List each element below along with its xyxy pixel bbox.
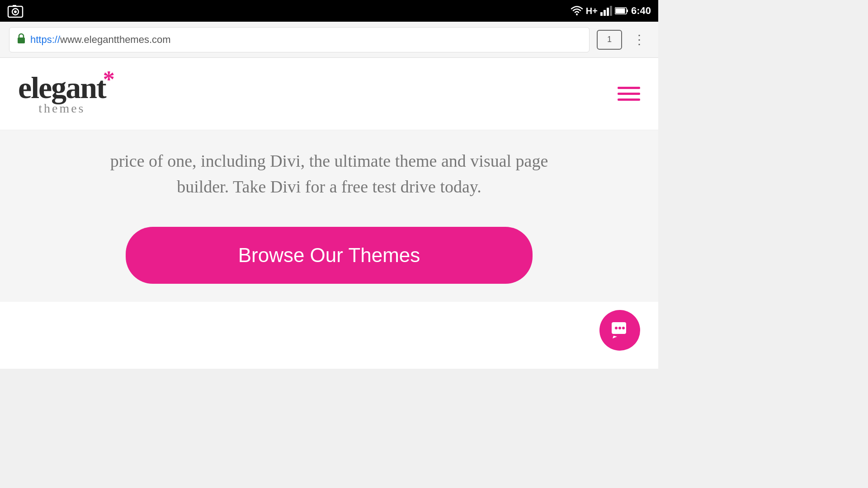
chat-icon — [610, 320, 630, 340]
svg-rect-6 — [604, 10, 606, 16]
site-logo: elegant* themes — [18, 72, 106, 116]
browser-toolbar: https://www.elegantthemes.com 1 ⋮ — [0, 22, 658, 58]
wifi-icon — [571, 6, 583, 16]
url-domain: www.elegantthemes.com — [60, 34, 171, 45]
svg-rect-7 — [607, 8, 609, 16]
svg-rect-5 — [600, 12, 603, 16]
svg-rect-3 — [13, 5, 16, 7]
url-display[interactable]: https://www.elegantthemes.com — [30, 34, 171, 46]
svg-rect-12 — [18, 38, 25, 43]
battery-icon — [615, 7, 628, 15]
website-content: elegant* themes price of one, including … — [0, 58, 658, 369]
svg-rect-8 — [610, 6, 612, 16]
tabs-button[interactable]: 1 — [597, 30, 622, 50]
hamburger-menu-button[interactable] — [618, 87, 640, 101]
svg-point-15 — [618, 327, 621, 329]
status-bar-icons: H+ 6:40 — [571, 5, 651, 17]
svg-point-2 — [14, 10, 17, 13]
svg-point-4 — [576, 14, 578, 15]
more-options-button[interactable]: ⋮ — [629, 33, 649, 46]
svg-rect-10 — [615, 9, 625, 14]
logo-elegant-text: elegant* — [18, 72, 106, 103]
signal-icon — [600, 6, 612, 16]
hamburger-line-2 — [618, 93, 640, 95]
status-bar-left — [7, 3, 24, 19]
logo-asterisk: * — [103, 68, 114, 91]
site-header: elegant* themes — [0, 58, 658, 130]
ssl-lock-icon — [17, 33, 26, 46]
svg-rect-11 — [627, 9, 628, 12]
hamburger-line-3 — [618, 99, 640, 101]
hero-body-text: price of one, including Divi, the ultima… — [103, 148, 555, 200]
status-time: 6:40 — [631, 5, 651, 17]
status-bar: H+ 6:40 — [0, 0, 658, 22]
chat-widget-button[interactable] — [599, 310, 640, 351]
address-bar[interactable]: https://www.elegantthemes.com — [9, 27, 590, 52]
network-type: H+ — [586, 6, 598, 16]
hamburger-line-1 — [618, 87, 640, 89]
url-https: https:// — [30, 34, 60, 45]
camera-icon — [7, 3, 24, 19]
svg-point-14 — [615, 327, 618, 329]
svg-point-16 — [622, 327, 625, 329]
main-content: price of one, including Divi, the ultima… — [0, 130, 658, 302]
browse-themes-button[interactable]: Browse Our Themes — [126, 227, 533, 284]
